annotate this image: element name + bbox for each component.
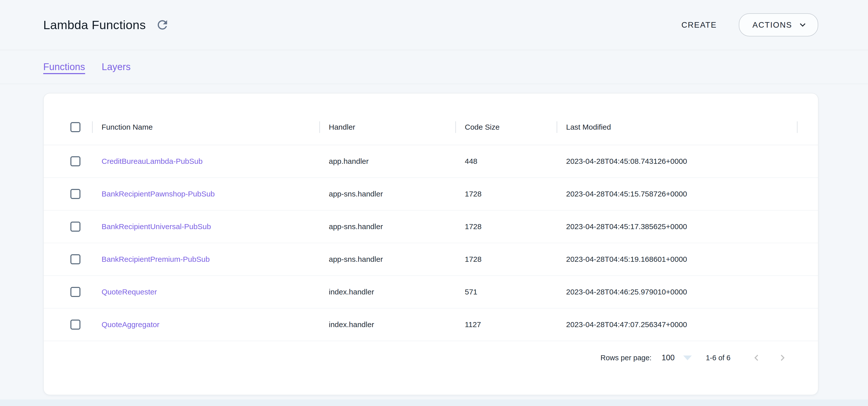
table-row: QuoteRequester index.handler 571 2023-04… (44, 276, 818, 308)
function-link[interactable]: BankRecipientPawnshop-PubSub (101, 190, 215, 198)
chevron-left-icon (750, 352, 763, 364)
column-header-function-name: Function Name (92, 123, 319, 131)
row-checkbox[interactable] (70, 189, 81, 199)
actions-button-label: ACTIONS (752, 20, 792, 30)
column-header-handler: Handler (319, 123, 455, 131)
rows-per-page-value: 100 (662, 353, 675, 362)
table-row: BankRecipientUniversal-PubSub app-sns.ha… (44, 210, 818, 243)
tab-functions[interactable]: Functions (43, 62, 85, 72)
cell-code-size: 1728 (455, 255, 557, 264)
cell-last-modified: 2023-04-28T04:45:17.385625+0000 (557, 222, 797, 231)
refresh-icon (155, 18, 169, 32)
cell-last-modified: 2023-04-28T04:45:19.168601+0000 (557, 255, 797, 264)
window-bottom-edge (0, 400, 868, 406)
rows-per-page-label: Rows per page: (600, 354, 652, 362)
function-link[interactable]: QuoteRequester (101, 287, 157, 296)
cell-handler: app-sns.handler (319, 222, 455, 231)
header-actions: CREATE ACTIONS (675, 13, 818, 36)
chevron-right-icon (776, 352, 788, 364)
table-row: QuoteAggregator index.handler 1127 2023-… (44, 308, 818, 341)
tab-layers[interactable]: Layers (102, 62, 131, 72)
select-all-checkbox[interactable] (70, 122, 81, 132)
header-trailing-divider (797, 109, 818, 145)
functions-table-card: Function Name Handler Code Size Last Mod… (43, 93, 818, 395)
cell-last-modified: 2023-04-28T04:47:07.256347+0000 (557, 320, 797, 329)
title-group: Lambda Functions (43, 16, 172, 34)
cell-last-modified: 2023-04-28T04:46:25.979010+0000 (557, 287, 797, 296)
cell-code-size: 1127 (455, 320, 557, 329)
table-row: BankRecipientPremium-PubSub app-sns.hand… (44, 243, 818, 276)
caret-down-icon (683, 356, 692, 360)
row-checkbox[interactable] (70, 156, 81, 166)
function-link[interactable]: QuoteAggregator (101, 320, 159, 329)
create-button[interactable]: CREATE (675, 16, 723, 34)
column-header-code-size: Code Size (455, 123, 557, 131)
cell-code-size: 571 (455, 287, 557, 296)
row-checkbox[interactable] (70, 319, 81, 330)
table-pagination: Rows per page: 100 1-6 of 6 (44, 341, 818, 374)
table-header-row: Function Name Handler Code Size Last Mod… (44, 109, 818, 145)
previous-page-button[interactable] (745, 346, 768, 369)
cell-handler: app.handler (319, 157, 455, 166)
function-link[interactable]: CreditBureauLambda-PubSub (101, 157, 203, 165)
cell-handler: app-sns.handler (319, 190, 455, 198)
cell-code-size: 448 (455, 157, 557, 166)
cell-handler: index.handler (319, 287, 455, 296)
row-checkbox[interactable] (70, 222, 81, 232)
chevron-down-icon (797, 19, 808, 30)
function-link[interactable]: BankRecipientUniversal-PubSub (101, 222, 211, 231)
cell-code-size: 1728 (455, 222, 557, 231)
function-link[interactable]: BankRecipientPremium-PubSub (101, 255, 210, 263)
cell-code-size: 1728 (455, 190, 557, 198)
refresh-button[interactable] (153, 16, 172, 34)
page-title: Lambda Functions (43, 18, 146, 32)
next-page-button[interactable] (771, 346, 794, 369)
column-header-last-modified: Last Modified (557, 123, 797, 131)
header-checkbox-cell (44, 122, 92, 132)
pagination-range: 1-6 of 6 (706, 354, 731, 362)
row-checkbox[interactable] (70, 287, 81, 297)
table-row: CreditBureauLambda-PubSub app.handler 44… (44, 145, 818, 178)
cell-handler: index.handler (319, 320, 455, 329)
actions-button[interactable]: ACTIONS (739, 13, 818, 36)
table-row: BankRecipientPawnshop-PubSub app-sns.han… (44, 178, 818, 210)
cell-last-modified: 2023-04-28T04:45:15.758726+0000 (557, 190, 797, 198)
cell-handler: app-sns.handler (319, 255, 455, 264)
cell-last-modified: 2023-04-28T04:45:08.743126+0000 (557, 157, 797, 166)
rows-per-page-select[interactable]: 100 (662, 353, 692, 362)
top-bar: Lambda Functions CREATE ACTIONS (0, 0, 868, 50)
tab-bar: Functions Layers (0, 50, 868, 84)
row-checkbox[interactable] (70, 254, 81, 264)
